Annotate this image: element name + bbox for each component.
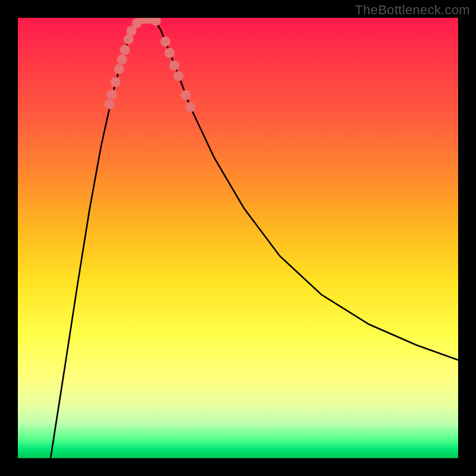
dot [186,102,196,112]
dot [117,55,127,65]
curve-overlay [18,18,458,458]
dot [111,77,121,87]
dot [114,64,124,74]
chart-frame: TheBottleneck.com [0,0,476,476]
dot [170,61,180,71]
right-curve [154,18,458,360]
dot [120,45,130,55]
dot [165,48,175,58]
bottleneck-dots [105,18,196,112]
dot [105,99,115,109]
dot [174,71,184,82]
dot [107,90,117,100]
left-curve [51,18,142,458]
watermark-text: TheBottleneck.com [355,2,470,18]
plot-area [18,18,458,458]
dot [151,18,161,26]
dot [181,90,191,101]
dot [161,37,171,47]
